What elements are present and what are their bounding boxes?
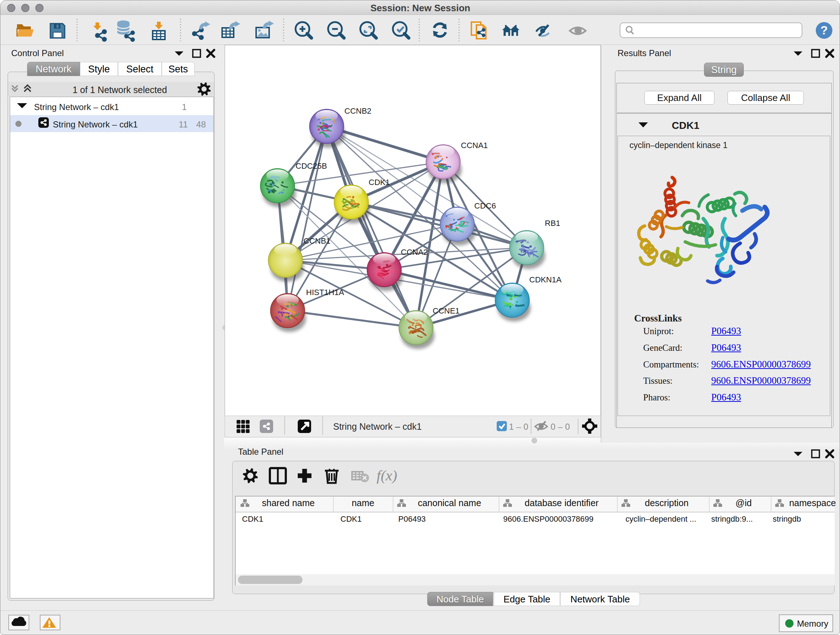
svg-text:CCNE1: CCNE1: [433, 306, 460, 315]
svg-text:CCNA1: CCNA1: [461, 141, 488, 150]
svg-text:CCNB2: CCNB2: [344, 106, 371, 116]
svg-text:HIST1H1A: HIST1H1A: [306, 288, 344, 297]
svg-text:CCNB1: CCNB1: [303, 236, 331, 245]
svg-text:CDK1: CDK1: [369, 178, 390, 187]
svg-text:RB1: RB1: [545, 219, 561, 228]
svg-text:CDC6: CDC6: [474, 201, 496, 211]
svg-text:CDC25B: CDC25B: [295, 162, 327, 171]
svg-text:?: ?: [821, 24, 828, 37]
svg-text:CCNA2: CCNA2: [401, 248, 428, 257]
svg-text:CDKN1A: CDKN1A: [529, 275, 562, 284]
